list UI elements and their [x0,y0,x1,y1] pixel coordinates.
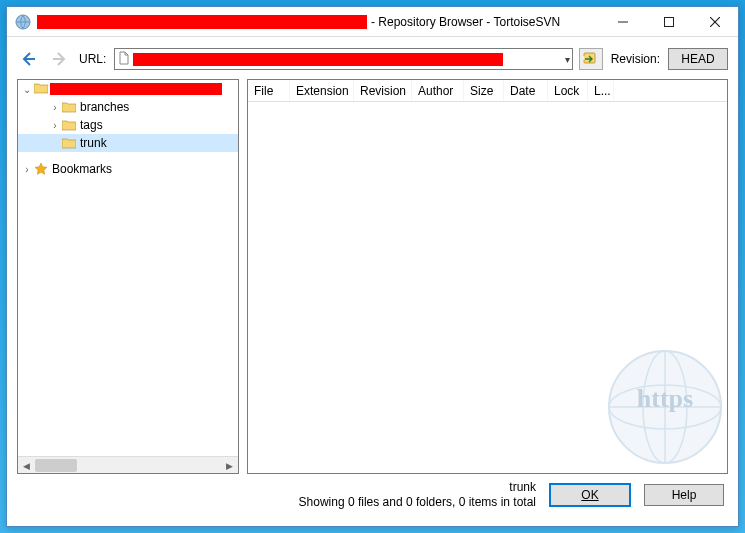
split-panes: ⌄ › branches › tags [17,79,728,474]
folder-icon [62,119,76,131]
tree-item-trunk[interactable]: trunk [18,134,238,152]
file-list-body[interactable] [248,102,727,473]
window-controls [600,7,738,36]
svg-rect-2 [665,17,674,26]
url-label: URL: [77,52,108,66]
url-redacted [133,53,503,66]
file-icon [117,51,131,68]
scrollbar-thumb[interactable] [35,459,77,472]
go-to-button[interactable] [579,48,603,70]
maximize-button[interactable] [646,7,692,36]
folder-icon [62,101,76,113]
forward-button[interactable] [47,47,71,71]
col-more[interactable]: L... [588,80,614,101]
scroll-left-icon[interactable]: ◀ [18,457,35,474]
chevron-down-icon[interactable]: ▾ [565,54,570,65]
back-button[interactable] [17,47,41,71]
footer-path: trunk [299,480,536,495]
footer: trunk Showing 0 files and 0 folders, 0 i… [17,474,728,516]
title-redacted [37,15,367,29]
head-revision-button[interactable]: HEAD [668,48,728,70]
bookmarks-label: Bookmarks [52,162,112,176]
close-button[interactable] [692,7,738,36]
content-area: URL: ▾ Revision: HEAD ⌄ [7,37,738,526]
help-button[interactable]: Help [644,484,724,506]
app-icon [15,14,31,30]
minimize-button[interactable] [600,7,646,36]
tree-item-branches[interactable]: › branches [18,98,238,116]
expand-icon[interactable]: › [48,120,62,131]
col-file[interactable]: File [248,80,290,101]
revision-label: Revision: [609,52,662,66]
tree-bookmarks[interactable]: › Bookmarks [18,160,238,178]
url-toolbar: URL: ▾ Revision: HEAD [17,47,728,71]
tree-item-label: branches [80,100,129,114]
col-author[interactable]: Author [412,80,464,101]
col-date[interactable]: Date [504,80,548,101]
url-combobox[interactable]: ▾ [114,48,572,70]
tree-item-label: tags [80,118,103,132]
footer-status: trunk Showing 0 files and 0 folders, 0 i… [299,480,536,510]
folder-icon [62,137,76,149]
col-size[interactable]: Size [464,80,504,101]
file-list-pane: File Extension Revision Author Size Date… [247,79,728,474]
tree-item-label: trunk [80,136,107,150]
col-extension[interactable]: Extension [290,80,354,101]
folder-icon [34,82,48,97]
window-title: - Repository Browser - TortoiseSVN [371,15,560,29]
horizontal-scrollbar[interactable]: ◀ ▶ [18,456,238,473]
expand-icon[interactable]: › [20,164,34,175]
app-window: - Repository Browser - TortoiseSVN URL: … [6,6,739,527]
tree-root-redacted [50,83,222,95]
tree-root[interactable]: ⌄ [18,80,238,98]
tree-view[interactable]: ⌄ › branches › tags [18,80,238,456]
titlebar[interactable]: - Repository Browser - TortoiseSVN [7,7,738,37]
ok-button[interactable]: OK [550,484,630,506]
footer-count: Showing 0 files and 0 folders, 0 items i… [299,495,536,510]
star-icon [34,162,48,176]
col-lock[interactable]: Lock [548,80,588,101]
col-revision[interactable]: Revision [354,80,412,101]
scroll-right-icon[interactable]: ▶ [221,457,238,474]
collapse-icon[interactable]: ⌄ [20,84,34,95]
tree-item-tags[interactable]: › tags [18,116,238,134]
expand-icon[interactable]: › [48,102,62,113]
tree-pane: ⌄ › branches › tags [17,79,239,474]
list-header: File Extension Revision Author Size Date… [248,80,727,102]
